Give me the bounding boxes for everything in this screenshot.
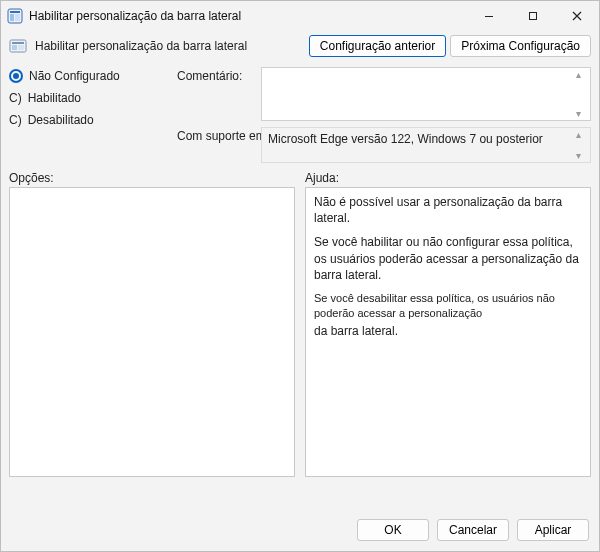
svg-rect-3: [15, 14, 20, 21]
header-row: Habilitar personalização da barra latera…: [1, 31, 599, 63]
help-text-1: Não é possível usar a personalização da …: [314, 194, 582, 226]
previous-setting-button[interactable]: Configuração anterior: [309, 35, 446, 57]
radio-enabled[interactable]: C) Habilitado: [9, 91, 169, 105]
options-panel: Opções:: [9, 171, 295, 503]
svg-rect-7: [12, 42, 24, 44]
titlebar: Habilitar personalização da barra latera…: [1, 1, 599, 31]
radio-prefix: C): [9, 91, 22, 105]
options-box: [9, 187, 295, 477]
next-setting-button[interactable]: Próxima Configuração: [450, 35, 591, 57]
help-label: Ajuda:: [305, 171, 591, 185]
state-radio-group: Não Configurado C) Habilitado C) Desabil…: [9, 67, 169, 163]
scroll-down-icon[interactable]: ▾: [576, 150, 588, 161]
help-text-2: Se você habilitar ou não configurar essa…: [314, 234, 582, 283]
app-icon: [7, 8, 23, 24]
scroll-hints: ▴ ▾: [576, 69, 588, 119]
comment-label: Comentário:: [177, 67, 255, 83]
svg-rect-8: [12, 45, 17, 50]
minimize-button[interactable]: [467, 1, 511, 31]
scroll-up-icon[interactable]: ▴: [576, 69, 588, 80]
radio-not-configured[interactable]: Não Configurado: [9, 69, 169, 83]
scroll-up-icon[interactable]: ▴: [576, 129, 588, 140]
config-area: Não Configurado C) Habilitado C) Desabil…: [1, 63, 599, 163]
supported-box: Microsoft Edge versão 122, Windows 7 ou …: [261, 127, 591, 163]
supported-label: Com suporte em:: [177, 127, 255, 143]
radio-selected-icon: [9, 69, 23, 83]
svg-rect-5: [530, 13, 537, 20]
radio-disabled[interactable]: C) Desabilitado: [9, 113, 169, 127]
radio-prefix: C): [9, 113, 22, 127]
svg-rect-4: [485, 16, 493, 17]
ok-button[interactable]: OK: [357, 519, 429, 541]
help-panel: Ajuda: Não é possível usar a personaliza…: [305, 171, 591, 503]
radio-label: Desabilitado: [28, 113, 94, 127]
options-label: Opções:: [9, 171, 295, 185]
close-button[interactable]: [555, 1, 599, 31]
dialog-window: Habilitar personalização da barra latera…: [0, 0, 600, 552]
footer-buttons: OK Cancelar Aplicar: [1, 511, 599, 551]
cancel-button[interactable]: Cancelar: [437, 519, 509, 541]
nav-buttons: Configuração anterior Próxima Configuraç…: [309, 35, 591, 57]
comment-field-row: Comentário: ▴ ▾: [177, 67, 591, 121]
help-text-4: da barra lateral.: [314, 323, 582, 339]
apply-button[interactable]: Aplicar: [517, 519, 589, 541]
comment-textbox[interactable]: ▴ ▾: [261, 67, 591, 121]
svg-rect-1: [10, 11, 20, 13]
radio-label: Habilitado: [28, 91, 81, 105]
help-box[interactable]: Não é possível usar a personalização da …: [305, 187, 591, 477]
maximize-button[interactable]: [511, 1, 555, 31]
svg-rect-9: [18, 45, 24, 50]
window-title: Habilitar personalização da barra latera…: [29, 9, 467, 23]
scroll-down-icon[interactable]: ▾: [576, 108, 588, 119]
lower-panels: Opções: Ajuda: Não é possível usar a per…: [1, 163, 599, 511]
supported-field-row: Com suporte em: Microsoft Edge versão 12…: [177, 127, 591, 163]
policy-icon: [9, 37, 27, 55]
radio-label: Não Configurado: [29, 69, 120, 83]
help-text-3: Se você desabilitar essa política, os us…: [314, 291, 582, 321]
svg-rect-2: [10, 14, 14, 21]
supported-value: Microsoft Edge versão 122, Windows 7 ou …: [268, 132, 543, 146]
header-title: Habilitar personalização da barra latera…: [35, 39, 301, 53]
scroll-hints: ▴ ▾: [576, 129, 588, 161]
